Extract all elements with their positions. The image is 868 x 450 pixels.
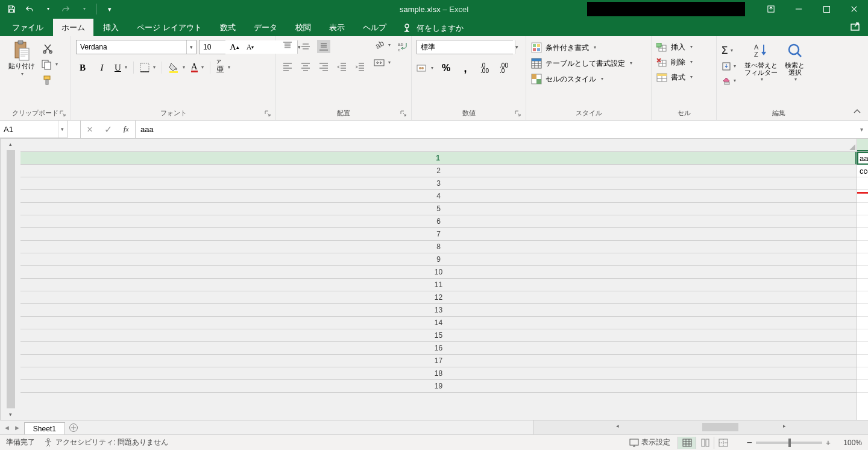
paste-button[interactable]: 貼り付け ▾ bbox=[5, 40, 39, 78]
name-box[interactable]: ▾ bbox=[0, 121, 68, 138]
cell[interactable]: aaa bbox=[857, 152, 868, 165]
cell[interactable] bbox=[857, 317, 868, 329]
font-launcher[interactable] bbox=[265, 110, 273, 119]
row-header[interactable]: 19 bbox=[20, 380, 857, 393]
wrap-text-button[interactable]: abc bbox=[397, 40, 410, 53]
align-right-button[interactable] bbox=[317, 60, 330, 74]
insert-cells-button[interactable]: 挿入▾ bbox=[656, 42, 693, 52]
row-header[interactable]: 13 bbox=[20, 304, 857, 317]
cell[interactable] bbox=[857, 304, 868, 317]
row-header[interactable]: 15 bbox=[20, 329, 857, 342]
font-color-button[interactable]: A▾ bbox=[191, 63, 204, 72]
number-launcher[interactable] bbox=[515, 110, 523, 119]
orientation-button[interactable]: ab▾ bbox=[374, 40, 391, 51]
enter-formula-button[interactable]: ✓ bbox=[99, 121, 117, 138]
format-as-table-button[interactable]: テーブルとして書式設定▾ bbox=[531, 58, 632, 69]
sheet-nav-next[interactable]: ► bbox=[14, 424, 20, 431]
tab-view[interactable]: 表示 bbox=[321, 19, 353, 36]
row-header[interactable]: 17 bbox=[20, 355, 857, 367]
cell[interactable] bbox=[857, 342, 868, 355]
sheet-tab[interactable]: Sheet1 bbox=[24, 422, 65, 434]
find-select-button[interactable]: 検索と 選択▾ bbox=[781, 40, 808, 84]
bold-button[interactable]: B bbox=[76, 61, 89, 74]
minimize-button[interactable] bbox=[785, 0, 813, 18]
format-cells-button[interactable]: 書式▾ bbox=[656, 72, 693, 83]
row-header[interactable]: 8 bbox=[20, 241, 857, 253]
new-sheet-button[interactable] bbox=[65, 420, 82, 434]
save-button[interactable] bbox=[4, 1, 19, 17]
tab-help[interactable]: ヘルプ bbox=[354, 19, 395, 36]
tell-me[interactable]: 何をしますか bbox=[403, 23, 464, 36]
number-format-input[interactable] bbox=[417, 40, 515, 54]
column-header[interactable]: A bbox=[857, 139, 868, 151]
row-header[interactable]: 7 bbox=[20, 228, 857, 241]
row-header[interactable]: 9 bbox=[20, 253, 857, 266]
undo-button[interactable] bbox=[22, 1, 37, 17]
row-header[interactable]: 3 bbox=[20, 177, 857, 190]
tab-page-layout[interactable]: ページ レイアウト bbox=[128, 19, 210, 36]
decrease-indent-button[interactable] bbox=[335, 60, 348, 74]
zoom-level[interactable]: 100% bbox=[834, 439, 862, 447]
cell[interactable] bbox=[857, 279, 868, 291]
align-middle-button[interactable] bbox=[299, 40, 312, 53]
close-button[interactable] bbox=[840, 0, 868, 18]
number-format-combo[interactable]: ▾ bbox=[417, 40, 513, 54]
normal-view-button[interactable] bbox=[678, 437, 696, 449]
tab-data[interactable]: データ bbox=[245, 19, 286, 36]
clipboard-launcher[interactable] bbox=[60, 110, 68, 119]
row-header[interactable]: 11 bbox=[20, 279, 857, 291]
cell[interactable]: ccc bbox=[857, 165, 868, 177]
collapse-ribbon-button[interactable] bbox=[852, 107, 862, 116]
merge-center-button[interactable]: ▾ bbox=[374, 58, 391, 68]
align-left-button[interactable] bbox=[281, 60, 294, 74]
horizontal-scrollbar[interactable]: ◂ ▸ bbox=[533, 420, 868, 434]
increase-decimal-button[interactable]: .0.00 bbox=[478, 62, 491, 75]
underline-button[interactable]: U▾ bbox=[115, 63, 127, 73]
scroll-down-button[interactable]: ▾ bbox=[1, 409, 20, 420]
vertical-scrollbar[interactable]: ▴ ▾ bbox=[0, 139, 20, 420]
comma-button[interactable]: , bbox=[459, 62, 472, 75]
cell[interactable] bbox=[857, 380, 868, 393]
sheet-nav-prev[interactable]: ◄ bbox=[4, 424, 10, 431]
align-top-button[interactable] bbox=[281, 40, 294, 53]
chevron-down-icon[interactable]: ▾ bbox=[186, 40, 196, 54]
font-size-combo[interactable]: ▾ bbox=[199, 40, 225, 54]
chevron-down-icon[interactable]: ▾ bbox=[58, 121, 67, 138]
format-painter-button[interactable] bbox=[41, 74, 54, 87]
cancel-formula-button[interactable]: × bbox=[81, 121, 99, 138]
cut-button[interactable] bbox=[41, 42, 54, 55]
cell[interactable] bbox=[857, 253, 868, 266]
cell[interactable] bbox=[857, 329, 868, 342]
cell[interactable] bbox=[857, 355, 868, 367]
borders-button[interactable]: ▾ bbox=[140, 63, 156, 72]
cell[interactable] bbox=[857, 215, 868, 228]
autosum-button[interactable]: Σ▾ bbox=[722, 45, 736, 57]
align-bottom-button[interactable] bbox=[317, 40, 330, 53]
zoom-in-button[interactable]: + bbox=[826, 438, 831, 448]
tab-insert[interactable]: 挿入 bbox=[95, 19, 127, 36]
copy-button[interactable]: ▾ bbox=[41, 59, 58, 70]
undo-dropdown[interactable]: ▾ bbox=[40, 1, 55, 17]
fill-color-button[interactable]: ▾ bbox=[168, 62, 185, 73]
cell[interactable] bbox=[857, 203, 868, 215]
fill-button[interactable]: ▾ bbox=[722, 62, 736, 71]
alignment-launcher[interactable] bbox=[400, 110, 409, 119]
maximize-button[interactable] bbox=[813, 0, 840, 18]
cell[interactable] bbox=[857, 241, 868, 253]
redo-dropdown[interactable]: ▾ bbox=[76, 1, 92, 17]
row-header[interactable]: 16 bbox=[20, 342, 857, 355]
accounting-format-button[interactable]: ▾ bbox=[417, 63, 433, 73]
increase-indent-button[interactable] bbox=[353, 60, 366, 74]
redo-button[interactable] bbox=[58, 1, 74, 17]
select-all-button[interactable] bbox=[20, 139, 857, 152]
hscroll-thumb[interactable] bbox=[702, 423, 738, 431]
share-button[interactable] bbox=[850, 21, 862, 33]
font-name-input[interactable] bbox=[77, 40, 186, 54]
zoom-out-button[interactable]: − bbox=[746, 439, 752, 446]
conditional-formatting-button[interactable]: 条件付き書式▾ bbox=[531, 42, 596, 53]
expand-formula-bar-button[interactable]: ▾ bbox=[855, 121, 868, 138]
row-header[interactable]: 12 bbox=[20, 291, 857, 304]
scroll-left-button[interactable]: ◂ bbox=[534, 420, 701, 431]
italic-button[interactable]: I bbox=[95, 61, 108, 74]
tab-file[interactable]: ファイル bbox=[4, 19, 52, 36]
